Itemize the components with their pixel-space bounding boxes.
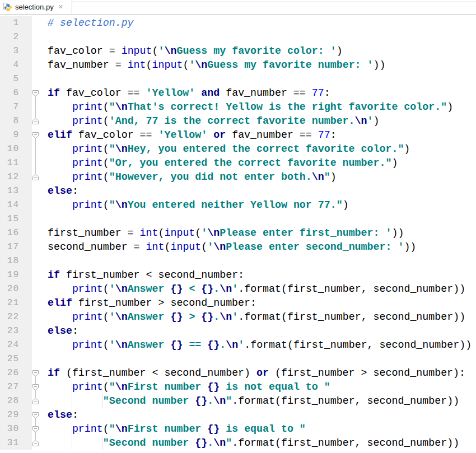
code-token: .format(first_number, second_number)) <box>232 437 459 449</box>
code-token: \n <box>213 437 226 449</box>
code-token: ' <box>201 227 207 239</box>
gutter-fold-column <box>32 226 48 240</box>
gutter-fold-column <box>32 422 48 436</box>
code-token <box>48 283 72 295</box>
code-tokens: fav_number = int(input('\nGuess my favor… <box>48 59 385 71</box>
code-token: < <box>183 283 201 295</box>
code-token: int <box>128 59 146 71</box>
editor-line: 12 print("However, you did not enter bot… <box>0 170 476 184</box>
code-tokens: print("\nHey, you entered the correct fa… <box>48 143 410 155</box>
code-token <box>48 311 72 323</box>
code-text[interactable]: elif first_number > second_number: <box>48 296 476 310</box>
code-text[interactable]: first_number = int(input('\nPlease enter… <box>48 226 476 240</box>
code-token <box>48 423 72 435</box>
code-text[interactable]: print('\nAnswer {} < {}.\n'.format(first… <box>48 282 476 296</box>
code-token: " <box>109 101 115 113</box>
line-number: 18 <box>0 254 32 268</box>
code-text[interactable]: if (first_number < second_number) or (fi… <box>48 366 476 380</box>
gutter-fold-column <box>32 16 48 30</box>
code-text[interactable]: if fav_color == 'Yellow' and fav_number … <box>48 86 476 100</box>
gutter-fold-column <box>32 282 48 296</box>
code-token: : <box>72 325 78 337</box>
code-token: ) <box>391 157 398 169</box>
tab-selection-py[interactable]: selection.py ✕ <box>0 0 72 14</box>
code-text[interactable]: "Second number {}.\n".format(first_numbe… <box>48 436 476 450</box>
code-text[interactable]: # selection.py <box>48 16 476 30</box>
code-token: ( <box>164 241 170 253</box>
code-token: ' <box>232 311 238 323</box>
code-text[interactable]: else: <box>48 184 476 198</box>
code-text[interactable]: fav_number = int(input('\nGuess my favor… <box>48 58 476 72</box>
code-token: \n <box>115 101 128 113</box>
code-tokens: else: <box>48 185 78 197</box>
gutter-fold-column <box>32 156 48 170</box>
code-token: elif <box>48 129 72 141</box>
line-number: 30 <box>0 422 32 436</box>
editor-line: 25 <box>0 352 476 366</box>
code-text[interactable]: elif fav_color == 'Yellow' or fav_number… <box>48 128 476 142</box>
code-token <box>48 157 72 169</box>
code-text[interactable]: print("\nThat's correct! Yellow is the r… <box>48 100 476 114</box>
editor-line: 21elif first_number > second_number: <box>0 296 476 310</box>
code-tokens: else: <box>48 325 78 337</box>
code-text[interactable]: print("\nYou entered neither Yellow nor … <box>48 198 476 212</box>
code-token: ( <box>158 227 164 239</box>
code-text[interactable]: "Second number {}.\n".format(first_numbe… <box>48 394 476 408</box>
code-token: ) <box>343 199 349 211</box>
code-text[interactable] <box>48 254 476 268</box>
code-text[interactable] <box>48 72 476 86</box>
code-token: ( <box>103 283 109 295</box>
code-token: print <box>72 199 103 211</box>
code-token <box>195 87 201 99</box>
editor-line: 8 print('And, 77 is the correct favorite… <box>0 114 476 128</box>
line-number: 2 <box>0 30 32 44</box>
code-token: ' <box>367 115 374 127</box>
code-text[interactable]: print("Or, you entered the correct favor… <box>48 156 476 170</box>
gutter-fold-column <box>32 324 48 338</box>
code-token: ' <box>158 45 165 57</box>
gutter-fold-column <box>32 268 48 282</box>
code-text[interactable]: print("\nHey, you entered the correct fa… <box>48 142 476 156</box>
code-token: ) <box>404 143 410 155</box>
code-text[interactable]: print('And, 77 is the correct favorite n… <box>48 114 476 128</box>
code-text[interactable]: second_number = int(input('\nPlease ente… <box>48 240 476 254</box>
code-token: input <box>152 59 183 71</box>
line-number: 5 <box>0 72 32 86</box>
editor-line: 11 print("Or, you entered the correct fa… <box>0 156 476 170</box>
code-text[interactable]: print("However, you did not enter both.\… <box>48 170 476 184</box>
code-token: print <box>72 171 103 183</box>
line-number: 26 <box>0 366 32 380</box>
editor-line: 15 <box>0 212 476 226</box>
code-tokens: print("Or, you entered the correct favor… <box>48 157 398 169</box>
code-token: That's correct! Yellow is the right favo… <box>128 101 447 113</box>
code-token: Guess my favorite number: ' <box>207 59 373 71</box>
code-text[interactable]: fav_color = input('\nGuess my favorite c… <box>48 44 476 58</box>
code-token <box>207 129 213 141</box>
code-token: : <box>324 87 330 99</box>
code-text[interactable]: print('\nAnswer {} == {}.\n'.format(firs… <box>48 338 476 352</box>
code-token: if <box>48 87 60 99</box>
close-icon[interactable]: ✕ <box>58 4 63 10</box>
code-token: or <box>256 367 269 379</box>
code-text[interactable]: print('\nAnswer {} > {}.\n'.format(first… <box>48 310 476 324</box>
code-text[interactable] <box>48 212 476 226</box>
code-tokens: if (first_number < second_number) or (fi… <box>48 367 465 379</box>
code-token: ( <box>103 423 109 435</box>
code-text[interactable]: else: <box>48 324 476 338</box>
line-number: 11 <box>0 156 32 170</box>
code-token: ' <box>109 339 115 351</box>
line-number: 1 <box>0 16 32 30</box>
code-token: \n <box>115 339 128 351</box>
code-text[interactable] <box>48 352 476 366</box>
code-token: {} <box>195 395 207 407</box>
code-text[interactable] <box>48 30 476 44</box>
code-text[interactable]: print("\nFirst number {} is not equal to… <box>48 380 476 394</box>
code-text[interactable]: if first_number < second_number: <box>48 268 476 282</box>
code-token: {} <box>207 381 220 393</box>
code-token: 'Yellow' <box>146 87 195 99</box>
editor-line: 17second_number = int(input('\nPlease en… <box>0 240 476 254</box>
code-text[interactable]: else: <box>48 408 476 422</box>
code-token: Hey, you entered the correct favorite co… <box>128 143 404 155</box>
code-token: You entered neither Yellow nor 77." <box>128 199 343 211</box>
code-text[interactable]: print("\nFirst number {} is equal to " <box>48 422 476 436</box>
